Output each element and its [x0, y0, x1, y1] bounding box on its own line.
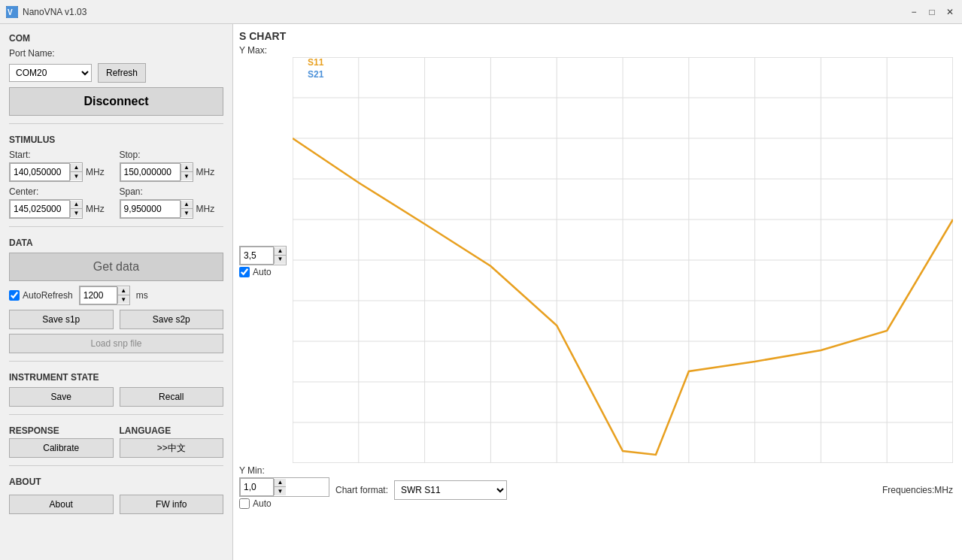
port-name-label: Port Name: — [9, 48, 55, 59]
fw-info-button[interactable]: FW info — [120, 495, 224, 514]
start-unit: MHz — [86, 167, 105, 177]
ymin-spin: ▲ ▼ — [239, 477, 329, 497]
stop-unit: MHz — [196, 167, 215, 177]
ymax-spin-up[interactable]: ▲ — [274, 247, 286, 256]
auto-top-checkbox[interactable] — [239, 267, 250, 277]
divider-2 — [9, 226, 223, 227]
stop-spin-btns: ▲ ▼ — [181, 164, 193, 180]
title-bar: V NanoVNA v1.03 − □ ✕ — [0, 0, 962, 24]
stop-label: Stop: — [120, 150, 224, 160]
stop-spin-up[interactable]: ▲ — [181, 164, 193, 172]
center-spin: ▲ ▼ — [9, 199, 83, 219]
stop-spin: ▲ ▼ — [120, 162, 193, 182]
autorefresh-spin-down[interactable]: ▼ — [117, 295, 129, 304]
chart-format-controls: Chart format: SWR S11 SWR S21 S11 LogMag… — [335, 480, 507, 500]
autorefresh-checkbox[interactable] — [9, 290, 20, 301]
refresh-button[interactable]: Refresh — [98, 63, 146, 83]
language-button[interactable]: >>中文 — [120, 438, 224, 458]
window-title: NanoVNA v1.03 — [23, 7, 908, 17]
auto-bottom-label: Auto — [253, 498, 272, 509]
divider-1 — [9, 123, 223, 124]
instrument-row: Save Recall — [9, 387, 223, 407]
chart-format-row: Chart format: SWR S11 SWR S21 S11 LogMag… — [335, 465, 953, 500]
start-spin-down[interactable]: ▼ — [70, 172, 82, 180]
auto-bottom-checkbox[interactable] — [239, 498, 250, 509]
ymin-spin-up[interactable]: ▲ — [274, 479, 286, 487]
autorefresh-checkbox-row: AutoRefresh — [9, 290, 73, 301]
span-label: Span: — [120, 186, 224, 197]
recall-button[interactable]: Recall — [120, 387, 224, 407]
span-spin-down[interactable]: ▼ — [181, 209, 193, 217]
save-row: Save s1p Save s2p — [9, 310, 223, 329]
ymax-input[interactable] — [240, 247, 274, 265]
chart-title: S CHART — [239, 30, 953, 42]
window-controls: − □ ✕ — [908, 6, 956, 18]
start-spin-up[interactable]: ▲ — [70, 164, 82, 172]
center-label: Center: — [9, 186, 114, 197]
stimulus-section-title: STIMULUS — [9, 135, 223, 145]
autorefresh-spin: ▲ ▼ — [79, 286, 130, 305]
save-s1p-button[interactable]: Save s1p — [9, 310, 114, 329]
autorefresh-label: AutoRefresh — [23, 290, 73, 301]
com-section-title: COM — [9, 33, 223, 44]
start-input[interactable] — [10, 163, 70, 181]
divider-4 — [9, 414, 223, 415]
ymin-spin-down[interactable]: ▼ — [274, 487, 286, 495]
span-spin-btns: ▲ ▼ — [181, 201, 193, 217]
start-col: Start: ▲ ▼ MHz — [9, 150, 114, 182]
about-button[interactable]: About — [9, 495, 114, 514]
right-panel: S CHART Y Max: ▲ ▼ Auto — [233, 24, 962, 560]
minimize-button[interactable]: − — [908, 6, 920, 18]
load-snp-button[interactable]: Load snp file — [9, 334, 223, 353]
bottom-row: Y Min: ▲ ▼ Auto Chart f — [239, 465, 953, 509]
language-section-title: LANGUAGE — [120, 425, 224, 436]
response-section-title: RESPONSE — [9, 425, 114, 436]
center-col: Center: ▲ ▼ MHz — [9, 186, 114, 219]
save-state-button[interactable]: Save — [9, 387, 114, 407]
maximize-button[interactable]: □ — [926, 6, 938, 18]
get-data-button[interactable]: Get data — [9, 253, 223, 281]
span-input[interactable] — [120, 200, 181, 218]
autorefresh-spin-up[interactable]: ▲ — [117, 287, 129, 295]
stimulus-top-row: Start: ▲ ▼ MHz Stop: — [9, 150, 223, 182]
auto-bottom-row: Auto — [239, 498, 329, 509]
span-unit: MHz — [196, 204, 215, 214]
disconnect-button[interactable]: Disconnect — [9, 87, 223, 116]
ymin-label: Y Min: — [239, 465, 329, 476]
autorefresh-unit: ms — [136, 290, 148, 301]
chart-area: Y Max: ▲ ▼ Auto — [239, 45, 953, 554]
language-col: LANGUAGE >>中文 — [120, 422, 224, 458]
stop-col: Stop: ▲ ▼ MHz — [120, 150, 224, 182]
svg-text:V: V — [8, 8, 13, 17]
center-input[interactable] — [10, 200, 70, 218]
response-col: RESPONSE Calibrate — [9, 422, 114, 458]
center-spin-up[interactable]: ▲ — [70, 201, 82, 209]
ymax-spin-down[interactable]: ▼ — [274, 256, 286, 264]
ymin-spin-btns: ▲ ▼ — [274, 479, 286, 495]
stop-spin-down[interactable]: ▼ — [181, 172, 193, 180]
chart-format-label: Chart format: — [335, 485, 388, 495]
about-row: About FW info — [9, 495, 223, 514]
stop-input[interactable] — [120, 163, 181, 181]
ymin-input[interactable] — [240, 478, 274, 496]
chart-svg-container: S11 S21 — [293, 57, 953, 465]
center-field-row: ▲ ▼ MHz — [9, 199, 114, 219]
chart-format-select[interactable]: SWR S11 SWR S21 S11 LogMag S21 LogMag — [394, 480, 507, 500]
stimulus-bottom-row: Center: ▲ ▼ MHz Span: — [9, 186, 223, 219]
chart-svg: 3 2,8 2,6 2,4 2,2 2 1,8 1,6 1,4 1,2 1 SW… — [293, 57, 953, 463]
port-select[interactable]: COM20 — [9, 64, 92, 82]
span-spin-up[interactable]: ▲ — [181, 201, 193, 209]
center-unit: MHz — [86, 204, 105, 214]
ymax-spin: ▲ ▼ — [239, 246, 287, 265]
start-label: Start: — [9, 150, 114, 160]
chart-legend: S11 S21 — [308, 57, 323, 80]
close-button[interactable]: ✕ — [944, 6, 956, 18]
center-spin-down[interactable]: ▼ — [70, 209, 82, 217]
save-s2p-button[interactable]: Save s2p — [120, 310, 224, 329]
calibrate-button[interactable]: Calibrate — [9, 438, 114, 458]
autorefresh-spin-btns: ▲ ▼ — [117, 287, 129, 304]
autorefresh-input[interactable] — [80, 286, 117, 304]
freq-label: Frequencies:MHz — [882, 485, 953, 495]
ymax-row: Y Max: — [239, 45, 953, 56]
divider-3 — [9, 361, 223, 362]
